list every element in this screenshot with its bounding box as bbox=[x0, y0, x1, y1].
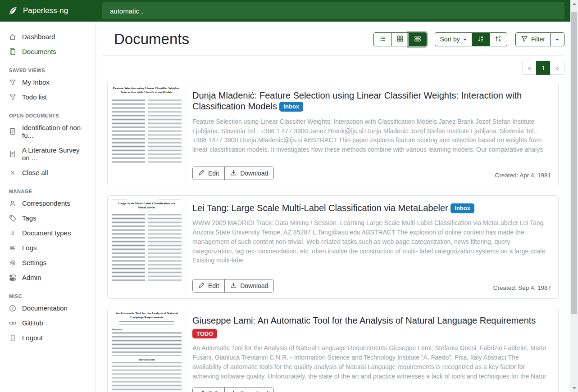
pencil-icon bbox=[198, 390, 205, 392]
sidebar-item-documents[interactable]: Documents bbox=[0, 44, 96, 59]
thumbnail-section-label: Introduction bbox=[112, 358, 182, 361]
created-date: Created: Apr 4, 1981 bbox=[495, 172, 551, 179]
sort-by-dropdown-button[interactable]: Sort by bbox=[435, 32, 472, 46]
document-thumbnail[interactable]: Feature Selection using Linear Classifie… bbox=[108, 83, 186, 186]
sidebar-item-todo-list[interactable]: Todo list bbox=[0, 90, 96, 104]
sidebar-item-dashboard[interactable]: Dashboard bbox=[0, 29, 96, 44]
document-title-link[interactable]: Lei Tang: Large Scale Multi-Label Classi… bbox=[192, 203, 448, 213]
scrollbar-thumb[interactable] bbox=[571, 12, 577, 314]
document-title-link[interactable]: Dunja Mladenić: Feature Selection using … bbox=[192, 90, 522, 111]
sidebar-item-label: Settings bbox=[22, 259, 46, 266]
search-bar bbox=[96, 0, 570, 22]
pagination: « 1 » bbox=[522, 61, 564, 75]
document-card-body: Lei Tang: Large Scale Multi-Label Classi… bbox=[186, 196, 558, 298]
door-icon bbox=[9, 334, 16, 342]
grid-view-icon bbox=[396, 35, 404, 44]
list-view-icon bbox=[379, 35, 386, 44]
sidebar-item-open-doc-2[interactable]: A Literature Survey on ... bbox=[0, 143, 96, 165]
document-thumbnail[interactable]: Large Scale Multi-Label Classification v… bbox=[108, 196, 186, 298]
document-thumbnail[interactable]: An Automatic Tool for the Analysis of Na… bbox=[108, 308, 186, 392]
created-date: Created: Sep 4, 1987 bbox=[493, 284, 551, 291]
sort-ascending-button[interactable]: ZA bbox=[489, 32, 507, 46]
document-card-body: Giuseppe Lami: An Automatic Tool for the… bbox=[186, 308, 558, 392]
brand-link[interactable]: Paperless-ng bbox=[0, 0, 96, 22]
house-icon bbox=[9, 33, 16, 41]
sidebar-item-label: Admin bbox=[22, 274, 41, 281]
sidebar-item-label: Logs bbox=[22, 244, 37, 252]
header-divider bbox=[102, 55, 564, 56]
edit-button[interactable]: Edit bbox=[193, 387, 224, 392]
thumbnail-title: Feature Selection using Linear Classifie… bbox=[112, 86, 182, 95]
view-small-cards-button[interactable] bbox=[391, 32, 409, 46]
svg-text:A: A bbox=[498, 39, 501, 42]
pencil-icon bbox=[198, 282, 205, 290]
tag-badge-todo[interactable]: TODO bbox=[192, 329, 217, 338]
hash-icon: # bbox=[9, 230, 16, 237]
sidebar-item-label: Documentation bbox=[22, 304, 68, 312]
main-content: Documents Sort by AZ bbox=[96, 22, 570, 392]
sidebar-item-github[interactable]: GitHub bbox=[0, 315, 96, 330]
scrollbar-up-arrow[interactable] bbox=[570, 0, 578, 8]
download-button[interactable]: Download bbox=[224, 279, 273, 292]
filter-label: Filter bbox=[531, 36, 545, 43]
close-icon bbox=[9, 169, 16, 176]
sidebar-item-label: GitHub bbox=[22, 319, 43, 327]
scrollbar-down-arrow[interactable] bbox=[570, 384, 578, 392]
edit-button[interactable]: Edit bbox=[193, 167, 224, 180]
edit-button[interactable]: Edit bbox=[193, 279, 224, 292]
sidebar-item-admin[interactable]: Admin bbox=[0, 270, 96, 285]
question-circle-icon: ? bbox=[9, 305, 16, 312]
download-button[interactable]: Download bbox=[224, 167, 273, 180]
tag-badge-inbox[interactable]: Inbox bbox=[279, 102, 303, 112]
pagination-page-1[interactable]: 1 bbox=[536, 61, 551, 75]
sidebar-item-logout[interactable]: Logout bbox=[0, 330, 96, 345]
view-table-button[interactable] bbox=[373, 32, 391, 46]
sidebar-item-correspondents[interactable]: Correspondents bbox=[0, 196, 96, 211]
document-card: Large Scale Multi-Label Classification v… bbox=[107, 195, 559, 299]
sort-by-label: Sort by bbox=[440, 36, 460, 43]
thumbnail-body bbox=[112, 214, 182, 281]
card-actions: Edit Download bbox=[192, 279, 274, 293]
sidebar-item-label: Document types bbox=[22, 229, 71, 237]
sidebar-item-label: Documents bbox=[22, 48, 56, 55]
sort-descending-button[interactable]: AZ bbox=[472, 32, 490, 46]
sidebar-item-label: A Literature Survey on ... bbox=[22, 146, 86, 162]
brand-label: Paperless-ng bbox=[23, 6, 68, 15]
chevron-down-icon bbox=[463, 39, 467, 41]
detail-view-icon bbox=[414, 35, 421, 44]
download-icon bbox=[230, 282, 237, 290]
sidebar-section-open-documents: OPEN DOCUMENTS bbox=[0, 113, 96, 118]
sidebar-item-my-inbox[interactable]: My Inbox bbox=[0, 75, 96, 90]
download-icon bbox=[230, 390, 237, 392]
svg-text:Z: Z bbox=[481, 39, 483, 42]
tag-badge-inbox[interactable]: Inbox bbox=[451, 203, 474, 213]
sidebar-item-open-doc-1[interactable]: Identification of non-fu... bbox=[0, 120, 96, 143]
tag-icon bbox=[9, 215, 16, 222]
person-icon bbox=[9, 200, 16, 207]
sidebar-item-tags[interactable]: Tags bbox=[0, 211, 96, 225]
card-actions: Edit Download bbox=[192, 167, 274, 180]
pagination-next[interactable]: » bbox=[550, 61, 564, 75]
document-list: Feature Selection using Linear Classifie… bbox=[102, 83, 564, 392]
sidebar-item-settings[interactable]: Settings bbox=[0, 255, 96, 270]
pagination-prev[interactable]: « bbox=[522, 61, 537, 75]
sidebar-item-document-types[interactable]: # Document types bbox=[0, 225, 96, 240]
svg-text:?: ? bbox=[12, 306, 14, 311]
document-title-link[interactable]: Giuseppe Lami: An Automatic Tool for the… bbox=[192, 315, 536, 325]
download-button[interactable]: Download bbox=[224, 387, 273, 392]
view-large-cards-button[interactable] bbox=[409, 32, 427, 46]
sidebar-item-label: Identification of non-fu... bbox=[22, 124, 86, 139]
sidebar-item-logs[interactable]: Logs bbox=[0, 240, 96, 255]
sidebar-item-close-all[interactable]: Close all bbox=[0, 165, 96, 180]
thumbnail-title: Large Scale Multi-Label Classification v… bbox=[112, 202, 182, 210]
card-actions: Edit Download bbox=[192, 387, 274, 392]
sort-alpha-down-icon: AZ bbox=[477, 35, 484, 44]
filter-dropdown-toggle[interactable] bbox=[550, 32, 564, 46]
search-input[interactable] bbox=[102, 2, 564, 19]
filter-button[interactable]: Filter bbox=[515, 32, 551, 46]
page-title: Documents bbox=[114, 31, 189, 48]
funnel-icon bbox=[521, 35, 528, 44]
sidebar-section-saved-views: SAVED VIEWS bbox=[0, 68, 96, 73]
sidebar-item-documentation[interactable]: ? Documentation bbox=[0, 301, 96, 315]
download-icon bbox=[230, 169, 237, 177]
